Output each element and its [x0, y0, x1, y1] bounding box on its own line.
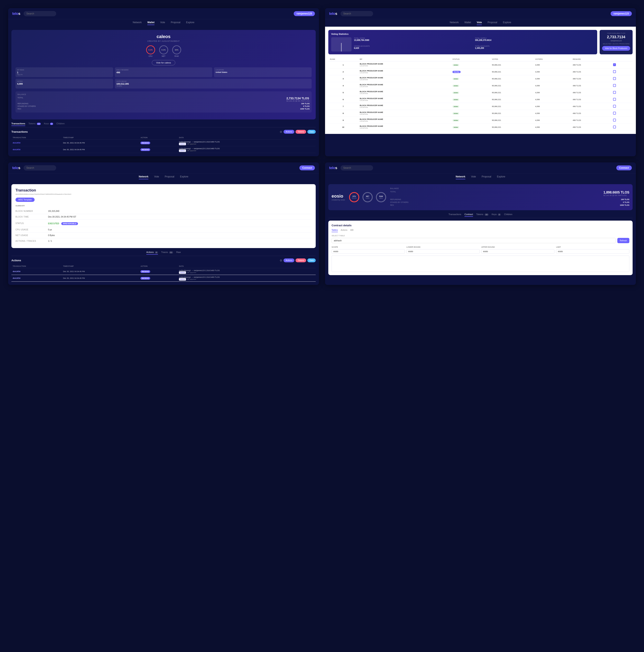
bp-checkbox-icon[interactable] [613, 98, 616, 101]
p3-tab-actions[interactable]: Actions 8 [146, 251, 158, 254]
search-input4[interactable] [341, 165, 373, 170]
bp-checkbox-cell[interactable] [612, 82, 633, 89]
eosio-name: eosio [331, 193, 345, 199]
bp-status: Active [451, 61, 490, 69]
vote-bp-button[interactable]: Vote for Block Producers [602, 46, 630, 51]
bp-checkbox-cell[interactable] [612, 110, 633, 117]
net-usage-value: 0 Bytes [48, 234, 55, 237]
bp-votes: 95,866,321 [490, 69, 534, 75]
tokens-button[interactable]: Tokens [296, 130, 306, 134]
panel-eosio: telos Connect Network Vote Proposal Expl… [325, 162, 636, 285]
nav2-vote[interactable]: Vote [477, 21, 482, 25]
bp-checkbox-icon[interactable] [613, 63, 616, 66]
p3-tab-traces[interactable]: Traces 31 [161, 251, 173, 254]
panel2-header: telos ramjames123 [325, 8, 636, 19]
bp-checkbox-cell[interactable] [612, 89, 633, 96]
bp-voters: 4,099 [534, 117, 571, 124]
nav3-proposal[interactable]: Proposal [165, 175, 174, 179]
bp-checkbox-cell[interactable] [612, 124, 633, 131]
msg-template-button[interactable]: MSG Template [16, 198, 35, 202]
bp-checkbox-icon[interactable] [613, 84, 616, 87]
tab-keys[interactable]: Keys 4 [44, 122, 53, 126]
bp-checkbox-cell[interactable] [612, 117, 633, 124]
select-table-input[interactable] [331, 238, 616, 243]
nav4-proposal[interactable]: Proposal [482, 175, 491, 179]
p4-tokens-badge: 18 [485, 214, 488, 216]
nav3-explore[interactable]: Explore [180, 175, 188, 179]
contract-sub-tab-abi[interactable]: ABI [350, 229, 353, 232]
tab-tokens[interactable]: Tokens 18 [28, 122, 41, 126]
nav2-wallet[interactable]: Wallet [464, 21, 471, 25]
contract-sub-tab-actions[interactable]: Actions [341, 229, 347, 232]
list-item: 2 BLOCK PRODUCER NAME LOCATION Standby 9… [328, 69, 633, 75]
filter-icon3[interactable]: ⚙ [280, 259, 282, 262]
user-badge[interactable]: ramjames123 [294, 11, 315, 16]
bp-checkbox-cell[interactable] [612, 96, 633, 103]
bp-checkbox-icon[interactable] [613, 126, 616, 128]
nav-network[interactable]: Network [133, 21, 142, 25]
status-row: STATUS EXECUTED IRREVERSIBLE [16, 220, 312, 227]
data-btn3[interactable]: Data [307, 259, 316, 262]
bp-checkbox-icon[interactable] [613, 112, 616, 114]
connect-badge4[interactable]: Connect [616, 165, 632, 170]
contract-sub-tab-tables[interactable]: Tables [331, 229, 338, 232]
eosio-total-row: TOTAL 1,898.6605 TLOS $2,142.30 (@ $0.78… [390, 191, 629, 198]
lower-bound-input[interactable] [406, 249, 480, 253]
nav-proposal[interactable]: Proposal [171, 21, 180, 25]
bp-checkbox-icon[interactable] [613, 70, 616, 73]
refresh-button[interactable]: Refresh [617, 238, 629, 243]
bp-checkbox-icon[interactable] [613, 77, 616, 80]
search-input3[interactable] [24, 165, 56, 170]
nav4-explore[interactable]: Explore [497, 175, 505, 179]
bp-checkbox-cell[interactable] [612, 75, 633, 82]
contract-sub-tabs: Tables Actions ABI [331, 229, 629, 232]
p4-tab-keys[interactable]: Keys 4 [492, 213, 501, 217]
nav-wallet[interactable]: Wallet [147, 21, 155, 25]
nav3-network[interactable]: Network [139, 175, 149, 179]
tokens-btn3[interactable]: Tokens [296, 259, 306, 262]
tab-children[interactable]: Children [56, 122, 65, 126]
bp-checkbox-icon[interactable] [613, 119, 616, 121]
bp-checkbox-cell[interactable] [612, 103, 633, 110]
nav3-vote[interactable]: Vote [154, 175, 159, 179]
search-input[interactable] [24, 11, 56, 16]
filter-icon[interactable]: ⚙ [280, 130, 282, 134]
refunding-row: REFUNDING 100 TLOS [18, 103, 310, 105]
p4-tab-transactions[interactable]: Transactions [449, 213, 461, 217]
nav2-explore[interactable]: Explore [503, 21, 511, 25]
scope-input[interactable] [331, 249, 405, 253]
upper-bound-input[interactable] [481, 249, 555, 253]
search-input2[interactable] [341, 11, 373, 16]
wallet-subtitle: CREATED BY AUGUSTINOBEAT [16, 40, 312, 42]
block-time-row: BLOCK TIME Dec-30-2021, 04:34:45 PM IST [16, 214, 312, 220]
vote-caleos-button[interactable]: Vote for caleos [152, 60, 175, 65]
p4-tab-children[interactable]: Children [504, 213, 512, 217]
actions-btn3[interactable]: Actions [284, 259, 294, 262]
tab-transactions[interactable]: Transactions [11, 122, 25, 126]
panel4-tabs: Transactions Contract Tokens 18 Keys 4 C… [328, 213, 633, 218]
panel-wallet: telos ramjames123 Network Wallet Vote Pr… [8, 8, 319, 156]
block-time-value: Dec-30-2021, 04:34:45 PM IST [48, 216, 76, 218]
total-accounts-stat: TOTAL ACCOUNTS 1,345,200 [475, 45, 594, 52]
user-badge2[interactable]: ramjames123 [611, 11, 632, 16]
data-button[interactable]: Data [307, 130, 316, 134]
col-timestamp: Timestamp [62, 136, 139, 140]
p3-tab-raw[interactable]: Raw [176, 251, 181, 254]
nav2-network[interactable]: Network [450, 21, 459, 25]
p4-tab-tokens[interactable]: Tokens 18 [476, 213, 488, 217]
bp-checkbox-icon[interactable] [613, 105, 616, 108]
nav2-proposal[interactable]: Proposal [487, 21, 497, 25]
votes-value: 4,099 [17, 83, 111, 85]
bp-checkbox-cell[interactable] [612, 61, 633, 69]
bp-checkbox-icon[interactable] [613, 91, 616, 94]
actions-button[interactable]: Actions [284, 130, 294, 134]
bp-checkbox-cell[interactable] [612, 69, 633, 75]
nav4-network[interactable]: Network [456, 175, 465, 179]
p4-tab-contract[interactable]: Contract [464, 213, 473, 217]
nav-vote[interactable]: Vote [160, 21, 165, 25]
nav-explore[interactable]: Explore [186, 21, 194, 25]
nav4-vote[interactable]: Vote [471, 175, 476, 179]
connect-badge3[interactable]: Connect [299, 165, 315, 170]
tx-timestamp: Dec 30, 2021 04:34:45 PM [62, 146, 139, 153]
limit-input[interactable] [556, 249, 629, 253]
